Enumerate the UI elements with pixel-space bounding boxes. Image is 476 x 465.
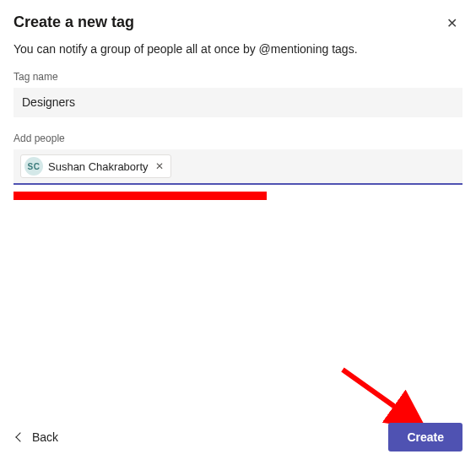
- person-chip-name: Sushan Chakraborty: [48, 160, 149, 173]
- dialog-title: Create a new tag: [14, 14, 134, 31]
- close-button[interactable]: ✕: [441, 14, 462, 34]
- back-button-label: Back: [32, 430, 58, 444]
- chip-remove-button[interactable]: ✕: [154, 161, 165, 171]
- create-button[interactable]: Create: [388, 423, 462, 451]
- avatar: SC: [24, 157, 43, 176]
- chevron-left-icon: [15, 432, 24, 441]
- svg-line-1: [343, 370, 419, 424]
- close-icon: ✕: [446, 16, 457, 30]
- close-icon: ✕: [155, 160, 164, 172]
- add-people-label: Add people: [14, 132, 462, 144]
- add-people-text-input[interactable]: [176, 160, 456, 173]
- person-chip: SC Sushan Chakraborty ✕: [20, 154, 171, 178]
- tag-name-input[interactable]: [14, 88, 462, 117]
- back-button[interactable]: Back: [14, 425, 62, 449]
- tag-name-label: Tag name: [14, 71, 462, 83]
- redaction-bar: [14, 192, 267, 200]
- dialog-subtitle: You can notify a group of people all at …: [14, 42, 462, 56]
- add-people-input[interactable]: SC Sushan Chakraborty ✕: [14, 149, 462, 185]
